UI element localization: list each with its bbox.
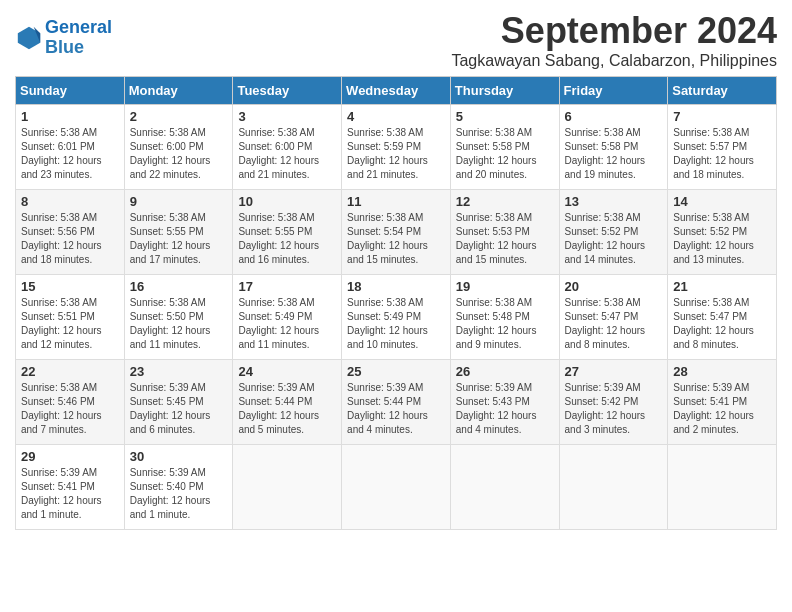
day-number: 4 [347, 109, 445, 124]
week-row-2: 8Sunrise: 5:38 AM Sunset: 5:56 PM Daylig… [16, 190, 777, 275]
title-section: September 2024 Tagkawayan Sabang, Calaba… [451, 10, 777, 70]
calendar-cell: 27Sunrise: 5:39 AM Sunset: 5:42 PM Dayli… [559, 360, 668, 445]
calendar-cell [668, 445, 777, 530]
calendar-cell: 19Sunrise: 5:38 AM Sunset: 5:48 PM Dayli… [450, 275, 559, 360]
calendar-cell: 5Sunrise: 5:38 AM Sunset: 5:58 PM Daylig… [450, 105, 559, 190]
calendar-cell: 10Sunrise: 5:38 AM Sunset: 5:55 PM Dayli… [233, 190, 342, 275]
day-info: Sunrise: 5:39 AM Sunset: 5:43 PM Dayligh… [456, 381, 554, 437]
day-number: 7 [673, 109, 771, 124]
calendar-cell [233, 445, 342, 530]
day-number: 11 [347, 194, 445, 209]
day-number: 18 [347, 279, 445, 294]
day-info: Sunrise: 5:38 AM Sunset: 5:49 PM Dayligh… [347, 296, 445, 352]
day-info: Sunrise: 5:38 AM Sunset: 5:46 PM Dayligh… [21, 381, 119, 437]
day-info: Sunrise: 5:39 AM Sunset: 5:45 PM Dayligh… [130, 381, 228, 437]
weekday-header-sunday: Sunday [16, 77, 125, 105]
week-row-4: 22Sunrise: 5:38 AM Sunset: 5:46 PM Dayli… [16, 360, 777, 445]
day-info: Sunrise: 5:39 AM Sunset: 5:41 PM Dayligh… [673, 381, 771, 437]
day-number: 23 [130, 364, 228, 379]
calendar-cell: 23Sunrise: 5:39 AM Sunset: 5:45 PM Dayli… [124, 360, 233, 445]
day-info: Sunrise: 5:38 AM Sunset: 5:47 PM Dayligh… [673, 296, 771, 352]
weekday-header-thursday: Thursday [450, 77, 559, 105]
weekday-header-wednesday: Wednesday [342, 77, 451, 105]
calendar-cell: 25Sunrise: 5:39 AM Sunset: 5:44 PM Dayli… [342, 360, 451, 445]
weekday-header-tuesday: Tuesday [233, 77, 342, 105]
calendar-cell: 28Sunrise: 5:39 AM Sunset: 5:41 PM Dayli… [668, 360, 777, 445]
calendar-cell: 17Sunrise: 5:38 AM Sunset: 5:49 PM Dayli… [233, 275, 342, 360]
weekday-header-monday: Monday [124, 77, 233, 105]
day-number: 26 [456, 364, 554, 379]
day-number: 21 [673, 279, 771, 294]
day-number: 8 [21, 194, 119, 209]
weekday-header-row: SundayMondayTuesdayWednesdayThursdayFrid… [16, 77, 777, 105]
day-number: 13 [565, 194, 663, 209]
logo-text-line1: General [45, 18, 112, 38]
logo-icon [15, 24, 43, 52]
day-info: Sunrise: 5:38 AM Sunset: 6:00 PM Dayligh… [130, 126, 228, 182]
day-number: 16 [130, 279, 228, 294]
day-number: 12 [456, 194, 554, 209]
day-number: 20 [565, 279, 663, 294]
day-number: 24 [238, 364, 336, 379]
day-number: 29 [21, 449, 119, 464]
calendar-cell: 15Sunrise: 5:38 AM Sunset: 5:51 PM Dayli… [16, 275, 125, 360]
day-info: Sunrise: 5:38 AM Sunset: 5:55 PM Dayligh… [238, 211, 336, 267]
calendar-cell: 9Sunrise: 5:38 AM Sunset: 5:55 PM Daylig… [124, 190, 233, 275]
day-number: 30 [130, 449, 228, 464]
header: General Blue September 2024 Tagkawayan S… [15, 10, 777, 70]
week-row-3: 15Sunrise: 5:38 AM Sunset: 5:51 PM Dayli… [16, 275, 777, 360]
day-number: 10 [238, 194, 336, 209]
calendar-cell: 16Sunrise: 5:38 AM Sunset: 5:50 PM Dayli… [124, 275, 233, 360]
day-info: Sunrise: 5:38 AM Sunset: 5:51 PM Dayligh… [21, 296, 119, 352]
calendar-cell: 4Sunrise: 5:38 AM Sunset: 5:59 PM Daylig… [342, 105, 451, 190]
calendar-cell: 18Sunrise: 5:38 AM Sunset: 5:49 PM Dayli… [342, 275, 451, 360]
day-info: Sunrise: 5:38 AM Sunset: 5:52 PM Dayligh… [565, 211, 663, 267]
weekday-header-saturday: Saturday [668, 77, 777, 105]
calendar-cell: 29Sunrise: 5:39 AM Sunset: 5:41 PM Dayli… [16, 445, 125, 530]
day-info: Sunrise: 5:38 AM Sunset: 5:47 PM Dayligh… [565, 296, 663, 352]
day-number: 25 [347, 364, 445, 379]
day-info: Sunrise: 5:38 AM Sunset: 5:52 PM Dayligh… [673, 211, 771, 267]
calendar-cell: 3Sunrise: 5:38 AM Sunset: 6:00 PM Daylig… [233, 105, 342, 190]
calendar-cell: 12Sunrise: 5:38 AM Sunset: 5:53 PM Dayli… [450, 190, 559, 275]
week-row-5: 29Sunrise: 5:39 AM Sunset: 5:41 PM Dayli… [16, 445, 777, 530]
calendar-cell: 26Sunrise: 5:39 AM Sunset: 5:43 PM Dayli… [450, 360, 559, 445]
day-info: Sunrise: 5:38 AM Sunset: 5:56 PM Dayligh… [21, 211, 119, 267]
week-row-1: 1Sunrise: 5:38 AM Sunset: 6:01 PM Daylig… [16, 105, 777, 190]
calendar-cell: 8Sunrise: 5:38 AM Sunset: 5:56 PM Daylig… [16, 190, 125, 275]
day-info: Sunrise: 5:38 AM Sunset: 5:50 PM Dayligh… [130, 296, 228, 352]
day-info: Sunrise: 5:38 AM Sunset: 5:49 PM Dayligh… [238, 296, 336, 352]
day-info: Sunrise: 5:39 AM Sunset: 5:42 PM Dayligh… [565, 381, 663, 437]
calendar-cell: 22Sunrise: 5:38 AM Sunset: 5:46 PM Dayli… [16, 360, 125, 445]
calendar-cell: 13Sunrise: 5:38 AM Sunset: 5:52 PM Dayli… [559, 190, 668, 275]
day-number: 14 [673, 194, 771, 209]
logo-text-line2: Blue [45, 38, 112, 58]
calendar-cell: 2Sunrise: 5:38 AM Sunset: 6:00 PM Daylig… [124, 105, 233, 190]
day-info: Sunrise: 5:38 AM Sunset: 5:59 PM Dayligh… [347, 126, 445, 182]
day-info: Sunrise: 5:39 AM Sunset: 5:40 PM Dayligh… [130, 466, 228, 522]
day-number: 6 [565, 109, 663, 124]
day-number: 1 [21, 109, 119, 124]
day-number: 19 [456, 279, 554, 294]
day-number: 9 [130, 194, 228, 209]
day-number: 17 [238, 279, 336, 294]
day-number: 15 [21, 279, 119, 294]
day-number: 3 [238, 109, 336, 124]
day-info: Sunrise: 5:39 AM Sunset: 5:41 PM Dayligh… [21, 466, 119, 522]
calendar-cell [559, 445, 668, 530]
day-info: Sunrise: 5:39 AM Sunset: 5:44 PM Dayligh… [238, 381, 336, 437]
day-info: Sunrise: 5:39 AM Sunset: 5:44 PM Dayligh… [347, 381, 445, 437]
day-number: 27 [565, 364, 663, 379]
calendar-cell [450, 445, 559, 530]
calendar-cell: 6Sunrise: 5:38 AM Sunset: 5:58 PM Daylig… [559, 105, 668, 190]
calendar-cell: 14Sunrise: 5:38 AM Sunset: 5:52 PM Dayli… [668, 190, 777, 275]
day-info: Sunrise: 5:38 AM Sunset: 6:01 PM Dayligh… [21, 126, 119, 182]
day-number: 22 [21, 364, 119, 379]
weekday-header-friday: Friday [559, 77, 668, 105]
day-number: 5 [456, 109, 554, 124]
calendar-cell: 11Sunrise: 5:38 AM Sunset: 5:54 PM Dayli… [342, 190, 451, 275]
calendar-cell: 24Sunrise: 5:39 AM Sunset: 5:44 PM Dayli… [233, 360, 342, 445]
calendar-title: September 2024 [451, 10, 777, 52]
day-info: Sunrise: 5:38 AM Sunset: 5:57 PM Dayligh… [673, 126, 771, 182]
calendar-cell: 20Sunrise: 5:38 AM Sunset: 5:47 PM Dayli… [559, 275, 668, 360]
